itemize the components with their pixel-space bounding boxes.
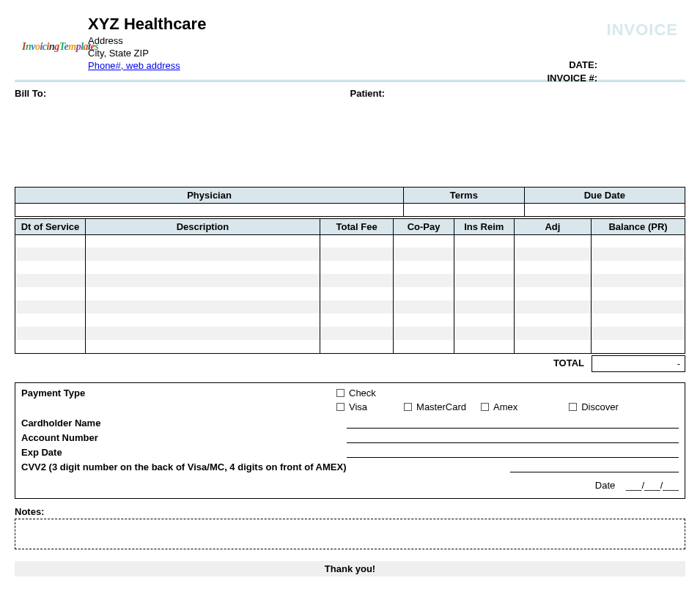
cell-ins[interactable]: [454, 287, 514, 300]
cell-fee[interactable]: [320, 261, 394, 274]
cell-bal[interactable]: [592, 248, 685, 261]
cell-bal[interactable]: [592, 234, 685, 248]
cell-dt[interactable]: [15, 340, 86, 353]
cvv-label: CVV2 (3 digit number on the back of Visa…: [21, 461, 490, 472]
account-number-input[interactable]: [347, 431, 679, 443]
cell-desc[interactable]: [85, 340, 320, 353]
cell-adj[interactable]: [514, 234, 591, 248]
table-row: [15, 340, 685, 353]
cell-bal[interactable]: [592, 314, 685, 327]
cell-adj[interactable]: [514, 300, 591, 314]
cell-dt[interactable]: [15, 274, 86, 287]
cell-fee[interactable]: [320, 274, 394, 287]
cell-ins[interactable]: [454, 234, 514, 248]
logo: InvoicingTemplates: [22, 41, 98, 53]
cell-desc[interactable]: [85, 287, 320, 300]
cell-copay[interactable]: [394, 261, 454, 274]
cell-copay[interactable]: [394, 274, 454, 287]
cell-fee[interactable]: [320, 340, 394, 353]
cell-dt[interactable]: [15, 287, 86, 300]
cell-dt[interactable]: [15, 327, 86, 340]
cell-desc[interactable]: [85, 234, 320, 248]
cell-ins[interactable]: [454, 340, 514, 353]
cell-desc[interactable]: [85, 300, 320, 314]
cell-due-date[interactable]: [524, 203, 685, 216]
account-number-label: Account Number: [21, 432, 344, 443]
cell-ins[interactable]: [454, 274, 514, 287]
checkbox-amex[interactable]: Amex: [481, 401, 517, 412]
checkbox-mastercard[interactable]: MasterCard: [404, 401, 466, 412]
cell-ins[interactable]: [454, 300, 514, 314]
exp-date-label: Exp Date: [21, 447, 344, 458]
cell-adj[interactable]: [514, 327, 591, 340]
checkbox-check[interactable]: Check: [336, 388, 376, 398]
cell-dt[interactable]: [15, 300, 86, 314]
cell-bal[interactable]: [592, 261, 685, 274]
cell-desc[interactable]: [85, 314, 320, 327]
cell-copay[interactable]: [394, 300, 454, 314]
cell-dt[interactable]: [15, 234, 86, 248]
cell-copay[interactable]: [394, 234, 454, 248]
table-row: [15, 314, 685, 327]
cell-dt[interactable]: [15, 261, 86, 274]
table-row: [15, 300, 685, 314]
cell-desc[interactable]: [85, 261, 320, 274]
exp-date-input[interactable]: [347, 446, 679, 458]
cardholder-input[interactable]: [347, 417, 679, 429]
cell-adj[interactable]: [514, 340, 591, 353]
total-row: TOTAL -: [15, 355, 685, 372]
payment-box: Payment Type Check Visa MasterCard Amex …: [15, 382, 685, 499]
invoice-title: INVOICE: [607, 21, 678, 40]
company-contact-link[interactable]: Phone#, web address: [88, 60, 180, 71]
checkbox-visa[interactable]: Visa: [336, 401, 367, 412]
th-copay: Co-Pay: [394, 218, 454, 234]
summary-table: Physician Terms Due Date: [15, 187, 685, 217]
cvv-input[interactable]: [510, 461, 679, 472]
cell-dt[interactable]: [15, 248, 86, 261]
table-row: [15, 274, 685, 287]
cell-bal[interactable]: [592, 300, 685, 314]
cell-terms[interactable]: [404, 203, 525, 216]
cell-copay[interactable]: [394, 340, 454, 353]
cell-adj[interactable]: [514, 248, 591, 261]
cell-desc[interactable]: [85, 327, 320, 340]
cell-copay[interactable]: [394, 248, 454, 261]
cell-fee[interactable]: [320, 327, 394, 340]
cell-fee[interactable]: [320, 300, 394, 314]
cell-ins[interactable]: [454, 248, 514, 261]
patient-label: Patient:: [350, 88, 686, 99]
table-row: [15, 248, 685, 261]
company-address-1: Address: [88, 35, 685, 48]
cell-bal[interactable]: [592, 287, 685, 300]
th-adj: Adj: [514, 218, 591, 234]
cell-fee[interactable]: [320, 314, 394, 327]
checkbox-discover[interactable]: Discover: [569, 401, 619, 412]
cell-bal[interactable]: [592, 274, 685, 287]
total-value: -: [592, 355, 685, 372]
footer-thanks: Thank you!: [15, 561, 685, 576]
cell-adj[interactable]: [514, 274, 591, 287]
cell-copay[interactable]: [394, 314, 454, 327]
cell-fee[interactable]: [320, 248, 394, 261]
checkbox-icon: [569, 403, 577, 411]
cell-dt[interactable]: [15, 314, 86, 327]
cell-fee[interactable]: [320, 234, 394, 248]
cell-desc[interactable]: [85, 274, 320, 287]
th-due-date: Due Date: [524, 187, 685, 203]
cell-ins[interactable]: [454, 314, 514, 327]
cell-desc[interactable]: [85, 248, 320, 261]
cell-copay[interactable]: [394, 327, 454, 340]
cell-copay[interactable]: [394, 287, 454, 300]
table-row: [15, 287, 685, 300]
cell-adj[interactable]: [514, 287, 591, 300]
cell-physician[interactable]: [15, 203, 404, 216]
cell-ins[interactable]: [454, 327, 514, 340]
cell-bal[interactable]: [592, 340, 685, 353]
notes-input[interactable]: [15, 519, 685, 549]
cell-adj[interactable]: [514, 261, 591, 274]
signature-date-value[interactable]: ___/___/___: [626, 480, 679, 491]
cell-ins[interactable]: [454, 261, 514, 274]
cell-fee[interactable]: [320, 287, 394, 300]
cell-adj[interactable]: [514, 314, 591, 327]
cell-bal[interactable]: [592, 327, 685, 340]
